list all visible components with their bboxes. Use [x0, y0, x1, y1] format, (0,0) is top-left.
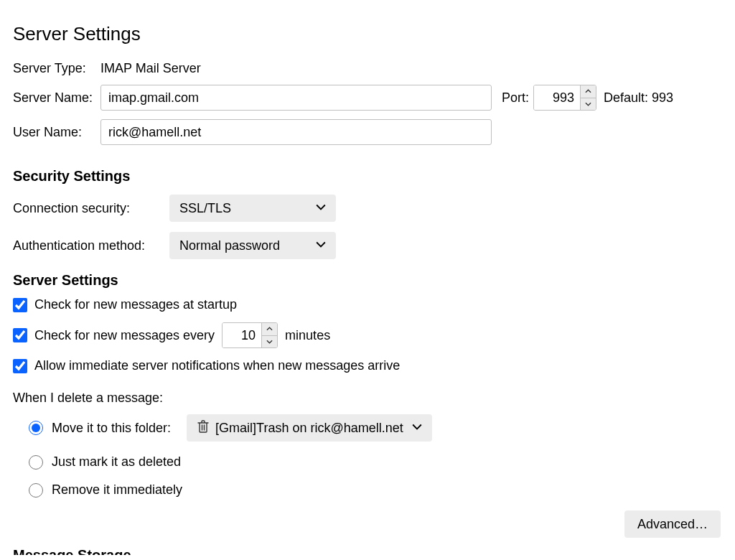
check-interval-input[interactable] — [223, 323, 261, 347]
auth-method-select[interactable]: Normal password — [169, 232, 336, 259]
port-input[interactable] — [534, 85, 580, 110]
delete-heading: When I delete a message: — [13, 391, 722, 406]
delete-move-radio[interactable] — [29, 421, 43, 435]
default-port-label: Default: 993 — [604, 90, 673, 106]
delete-remove-label: Remove it immediately — [52, 482, 182, 498]
security-heading: Security Settings — [13, 168, 722, 185]
check-startup-label: Check for new messages at startup — [34, 297, 237, 312]
delete-mark-radio[interactable] — [29, 455, 43, 470]
check-interval-pre-label: Check for new messages every — [34, 328, 215, 343]
chevron-down-icon — [412, 421, 422, 436]
check-interval-checkbox[interactable] — [13, 328, 27, 342]
page-title: Server Settings — [13, 23, 722, 45]
advanced-button[interactable]: Advanced… — [624, 510, 721, 538]
interval-step-up[interactable] — [262, 323, 277, 336]
port-label: Port: — [502, 90, 529, 106]
server-type-label: Server Type: — [13, 61, 100, 76]
port-step-up[interactable] — [581, 85, 596, 98]
user-name-input[interactable] — [100, 119, 492, 145]
check-startup-checkbox[interactable] — [13, 298, 27, 312]
server-settings-heading: Server Settings — [13, 272, 722, 289]
port-stepper[interactable] — [533, 85, 596, 111]
auth-method-value: Normal password — [179, 238, 280, 253]
delete-move-label: Move it to this folder: — [52, 421, 171, 436]
trash-icon — [197, 419, 210, 437]
allow-immediate-checkbox[interactable] — [13, 359, 27, 373]
auth-method-label: Authentication method: — [13, 238, 169, 253]
chevron-up-icon — [585, 89, 591, 93]
connection-security-value: SSL/TLS — [179, 201, 231, 216]
user-name-label: User Name: — [13, 125, 100, 140]
connection-security-label: Connection security: — [13, 201, 169, 216]
chevron-up-icon — [266, 327, 273, 331]
chevron-down-icon — [316, 201, 326, 216]
server-name-label: Server Name: — [13, 90, 100, 106]
allow-immediate-label: Allow immediate server notifications whe… — [34, 358, 400, 373]
server-type-value: IMAP Mail Server — [100, 61, 201, 76]
delete-folder-select[interactable]: [Gmail]Trash on rick@hamell.net — [187, 414, 432, 442]
delete-mark-label: Just mark it as deleted — [52, 454, 181, 470]
delete-folder-value: [Gmail]Trash on rick@hamell.net — [215, 421, 403, 436]
chevron-down-icon — [266, 340, 273, 344]
chevron-down-icon — [585, 102, 591, 106]
check-interval-post-label: minutes — [285, 328, 330, 343]
port-step-down[interactable] — [581, 98, 596, 111]
check-interval-stepper[interactable] — [222, 322, 278, 348]
chevron-down-icon — [316, 238, 326, 253]
interval-step-down[interactable] — [262, 336, 277, 348]
connection-security-select[interactable]: SSL/TLS — [169, 195, 336, 222]
message-storage-heading: Message Storage — [13, 548, 722, 555]
delete-remove-radio[interactable] — [29, 483, 43, 498]
server-name-input[interactable] — [100, 85, 492, 111]
